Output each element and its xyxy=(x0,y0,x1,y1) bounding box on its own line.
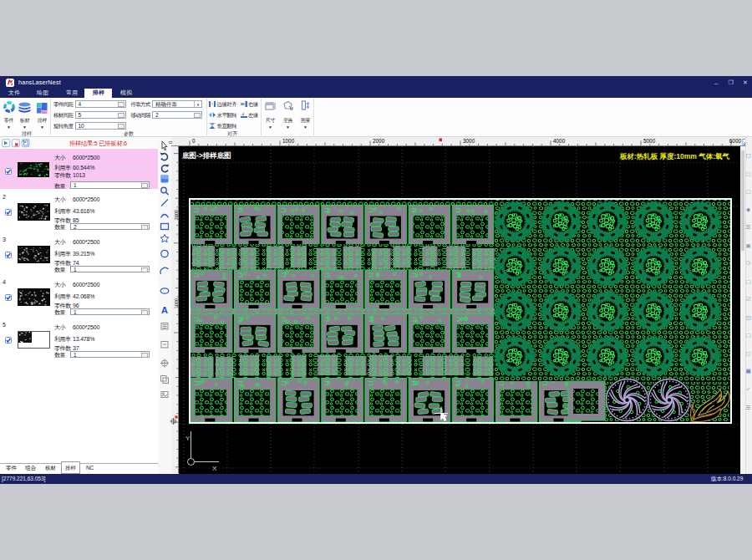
svg-text:0: 0 xyxy=(168,140,173,144)
svg-text:2000: 2000 xyxy=(373,138,385,144)
svg-text:Y: Y xyxy=(185,435,191,442)
svg-text:1000: 1000 xyxy=(282,138,295,144)
svg-text:4000: 4000 xyxy=(553,138,566,144)
svg-text:5000: 5000 xyxy=(643,138,656,144)
svg-text:6000: 6000 xyxy=(729,138,742,144)
svg-text:2000: 2000 xyxy=(174,210,179,220)
svg-text:3000: 3000 xyxy=(463,138,475,144)
svg-text:0: 0 xyxy=(192,138,196,144)
svg-text:板材:热轧板 厚度:10mm 气体:氧气: 板材:热轧板 厚度:10mm 气体:氧气 xyxy=(619,152,730,160)
svg-text:X: X xyxy=(212,465,217,472)
svg-text:底图->排样底图: 底图->排样底图 xyxy=(181,151,231,160)
svg-text:1000: 1000 xyxy=(174,298,179,308)
